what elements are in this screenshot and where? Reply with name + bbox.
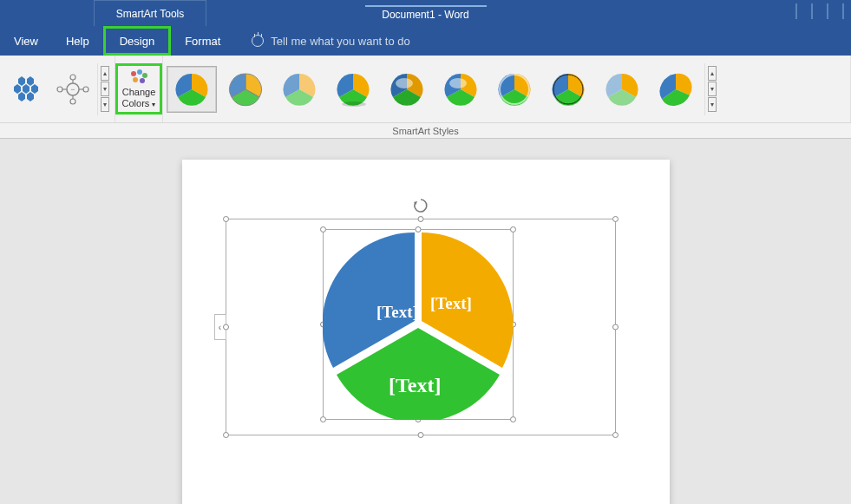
layouts-group: − ▴ ▾ ▾ [0, 56, 115, 122]
gallery-up-icon: ▴ [708, 66, 717, 81]
svg-point-23 [396, 78, 413, 88]
svg-text:−: − [70, 85, 75, 94]
style-cartoon[interactable] [543, 66, 593, 113]
pie-slice-1-label[interactable]: [Text] [376, 303, 418, 321]
tell-me-search[interactable]: Tell me what you want to do [252, 26, 409, 56]
gallery-more-icon: ▾ [708, 97, 717, 112]
lightbulb-icon [252, 35, 264, 47]
svg-point-13 [57, 87, 62, 92]
svg-marker-4 [31, 84, 38, 94]
resize-handle[interactable] [417, 216, 423, 222]
styles-gallery-more[interactable]: ▴ ▾ ▾ [704, 63, 718, 115]
contextual-tab-label: SmartArt Tools [116, 8, 184, 20]
chevron-down-icon: ▾ [152, 101, 155, 108]
tab-design-label: Design [120, 35, 154, 48]
document-title-wrap: Document1 - Word [365, 5, 487, 21]
pie-slice-2-label[interactable]: [Text] [430, 294, 472, 312]
svg-marker-1 [27, 76, 34, 86]
title-underline [365, 5, 487, 7]
svg-marker-0 [18, 76, 25, 86]
document-title: Document1 - Word [382, 9, 468, 21]
change-colors-label2: Colors [122, 98, 150, 108]
win-ctrl-bar [783, 3, 797, 19]
change-colors-label1: Change [122, 87, 156, 98]
svg-point-24 [449, 78, 467, 88]
style-powder[interactable] [597, 66, 647, 113]
svg-point-18 [137, 69, 142, 75]
style-polished[interactable] [435, 66, 486, 113]
layout-thumb-hexcluster[interactable] [3, 67, 49, 112]
svg-point-19 [142, 73, 147, 78]
svg-point-22 [342, 101, 366, 107]
menu-bar: View Help Design Format Tell me what you… [0, 26, 851, 56]
styles-group-label: SmartArt Styles [392, 126, 458, 136]
tab-help[interactable]: Help [52, 26, 103, 56]
svg-point-21 [140, 78, 145, 83]
svg-marker-3 [23, 84, 29, 94]
gallery-down-icon: ▾ [708, 82, 717, 96]
win-ctrl-bar [815, 3, 828, 19]
style-simple-fill[interactable] [167, 66, 217, 113]
resize-handle[interactable] [417, 432, 423, 438]
resize-handle[interactable] [612, 324, 619, 331]
smartart-pie[interactable]: [Text] [Text] [Text] [323, 229, 514, 420]
svg-marker-6 [27, 92, 34, 101]
ribbon: − ▴ ▾ ▾ Change [0, 56, 851, 123]
tab-format-label: Format [185, 35, 220, 48]
rotate-handle[interactable] [412, 197, 429, 214]
style-brick[interactable] [651, 66, 701, 113]
tab-design[interactable]: Design [103, 26, 171, 56]
resize-handle[interactable] [612, 432, 619, 438]
document-area: ‹ [0, 139, 851, 504]
win-ctrl-bar [799, 3, 813, 19]
pie-slice-3-label[interactable]: [Text] [389, 374, 441, 396]
change-colors-icon [128, 68, 150, 85]
tab-help-label: Help [66, 35, 89, 48]
win-ctrl-bar [830, 3, 844, 19]
tell-me-placeholder: Tell me what you want to do [271, 35, 409, 48]
style-intense[interactable] [382, 66, 432, 113]
tab-view[interactable]: View [0, 26, 52, 56]
resize-handle[interactable] [223, 216, 229, 222]
layouts-gallery-more[interactable]: ▴ ▾ ▾ [97, 63, 111, 115]
svg-marker-5 [18, 92, 25, 101]
smartart-styles-gallery: ▴ ▾ ▾ [163, 56, 851, 122]
title-bar: SmartArt Tools Document1 - Word [0, 0, 851, 26]
resize-handle[interactable] [612, 216, 619, 222]
style-outline[interactable] [220, 66, 271, 113]
change-colors-button[interactable]: Change Colors ▾ [115, 63, 162, 115]
svg-point-9 [70, 75, 75, 80]
svg-marker-2 [14, 84, 21, 94]
change-colors-group: Change Colors ▾ [115, 56, 163, 122]
chevron-left-icon: ‹ [219, 323, 221, 332]
ribbon-group-label-bar: SmartArt Styles [0, 123, 851, 139]
layout-thumb-radial[interactable]: − [50, 67, 95, 112]
document-page[interactable]: ‹ [182, 160, 670, 504]
svg-point-17 [131, 71, 136, 76]
tab-format[interactable]: Format [171, 26, 234, 56]
svg-point-20 [133, 77, 138, 82]
window-controls [782, 3, 844, 23]
contextual-tab-smartart-tools[interactable]: SmartArt Tools [94, 0, 206, 26]
gallery-more-icon: ▾ [101, 97, 109, 112]
svg-point-15 [83, 87, 88, 92]
gallery-up-icon: ▴ [101, 66, 109, 81]
gallery-down-icon: ▾ [101, 82, 109, 96]
resize-handle[interactable] [223, 432, 229, 438]
tab-view-label: View [14, 35, 38, 48]
style-inset[interactable] [489, 66, 540, 113]
style-moderate[interactable] [328, 66, 378, 113]
resize-handle[interactable] [223, 324, 229, 331]
style-subtle[interactable] [274, 66, 324, 113]
svg-point-11 [70, 99, 75, 104]
